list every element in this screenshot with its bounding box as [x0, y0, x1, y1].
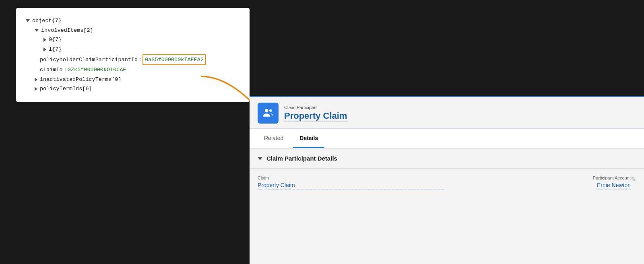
claimid-value: 0Zk5f000000kOl0CAE	[68, 65, 126, 75]
sf-panel: Claim Participant Property Claim Related…	[250, 96, 644, 264]
item1-key: 1	[49, 45, 52, 54]
involved-items-bracket: [2]	[83, 26, 93, 35]
expand-root-icon[interactable]	[26, 19, 30, 22]
participant-account-label: Participant Account	[593, 175, 631, 180]
claim-participant-icon	[262, 107, 274, 119]
expand-inactivated-icon[interactable]	[35, 78, 37, 82]
json-item0-line: 0 {7}	[26, 35, 240, 45]
json-root-line: object {7}	[26, 16, 240, 26]
colon-2: :	[64, 65, 67, 75]
item1-bracket: {7}	[52, 45, 62, 54]
svg-point-1	[265, 109, 268, 112]
json-inactivated-line: inactivatedPolicyTerms [0]	[26, 75, 240, 85]
sf-header-text: Claim Participant Property Claim	[284, 105, 347, 122]
json-item1-line: 1 {7}	[26, 45, 240, 54]
claim-label: Claim	[258, 175, 444, 180]
root-bracket: {7}	[52, 16, 62, 26]
json-policytermids-line: policyTermIds [6]	[26, 84, 240, 94]
policytermids-key: policyTermIds	[40, 84, 82, 94]
policyholder-value[interactable]: 0aS5f000000kIAEEA2	[142, 54, 206, 66]
expand-policytermids-icon[interactable]	[35, 87, 37, 91]
sf-icon-box	[258, 103, 279, 124]
item0-bracket: {7}	[52, 35, 62, 45]
sf-claim-field: Claim Property Claim	[258, 175, 444, 190]
colon-1: :	[138, 55, 142, 65]
edit-icon[interactable]: ✎	[631, 175, 636, 183]
sf-fields-row: Claim Property Claim Participant Account…	[250, 169, 644, 196]
inactivated-key: inactivatedPolicyTerms	[40, 75, 111, 85]
inactivated-bracket: [0]	[111, 75, 121, 85]
involved-items-key: involvedItems	[41, 26, 83, 35]
sf-header-label: Claim Participant	[284, 105, 347, 110]
sf-header: Claim Participant Property Claim	[250, 97, 644, 129]
sf-participant-account-field: Participant Account Ernie Newton	[444, 175, 631, 190]
expand-item1-icon[interactable]	[43, 47, 46, 52]
expand-involved-icon[interactable]	[35, 29, 39, 32]
json-tree-panel: object {7} involvedItems [2] 0 {7} 1 {7}…	[16, 8, 250, 102]
expand-item0-icon[interactable]	[43, 38, 46, 42]
claimid-key: claimId	[40, 65, 63, 75]
sf-header-title[interactable]: Property Claim	[284, 111, 347, 122]
root-key: object	[32, 16, 52, 26]
tab-related[interactable]: Related	[258, 129, 290, 148]
claim-value[interactable]: Property Claim	[258, 182, 444, 190]
policyholder-key: policyholderClaimParticipantId	[40, 55, 138, 65]
item0-key: 0	[49, 35, 52, 45]
tab-details[interactable]: Details	[293, 129, 324, 148]
json-involved-items-line: involvedItems [2]	[26, 26, 240, 35]
json-policyholder-line: policyholderClaimParticipantId : 0aS5f00…	[26, 54, 240, 66]
sf-section-header: Claim Participant Details	[250, 148, 644, 169]
svg-point-2	[269, 109, 272, 112]
chevron-down-icon[interactable]	[258, 157, 262, 160]
policytermids-bracket: [6]	[82, 84, 92, 94]
section-title: Claim Participant Details	[266, 155, 337, 162]
sf-tabs: Related Details	[250, 129, 644, 148]
json-claimid-line: claimId : 0Zk5f000000kOl0CAE	[26, 65, 240, 75]
participant-account-value[interactable]: Ernie Newton	[597, 182, 631, 190]
